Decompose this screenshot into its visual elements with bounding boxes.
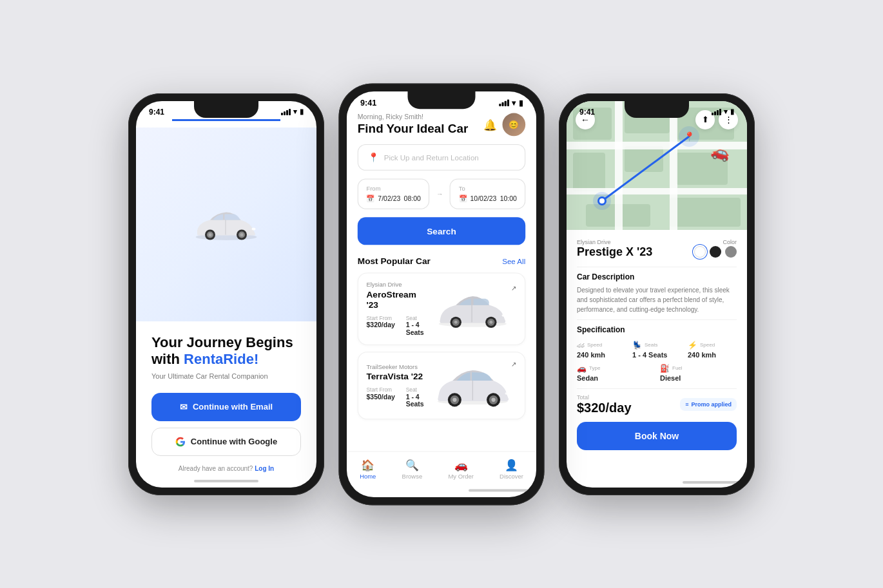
home-indicator — [194, 480, 258, 482]
battery-icon-3: ▮ — [730, 108, 734, 116]
header-actions: 🔔 😊 — [483, 113, 525, 136]
speed-value: 240 kmh — [577, 351, 626, 359]
car-hero-area — [136, 128, 316, 321]
svg-point-3 — [209, 233, 212, 236]
phone-welcome: 9:41 ▾ ▮ — [128, 93, 324, 495]
home-indicator-3 — [683, 481, 747, 484]
home-icon: 🏠 — [361, 459, 374, 471]
envelope-icon: ✉ — [180, 402, 188, 412]
login-link[interactable]: Log In — [255, 465, 274, 472]
signal-icon — [281, 109, 291, 115]
color-label: Color — [723, 239, 737, 245]
to-date-field[interactable]: To 📅 10/02/23 10:00 — [450, 178, 526, 209]
type-icon: 🚗 — [577, 364, 587, 373]
spec-grid-2: 🚗 Type Sedan ⛽ Fuel Diesel — [577, 364, 737, 382]
wifi-icon: ▾ — [293, 108, 297, 116]
brand-name: RentaRide! — [184, 351, 258, 367]
svg-rect-37 — [567, 188, 747, 194]
spec-type: 🚗 Type Sedan — [577, 364, 654, 382]
order-icon: 🚗 — [454, 459, 468, 471]
svg-rect-38 — [615, 101, 623, 230]
divider-1 — [577, 267, 737, 267]
spec-fuel: ⛽ Fuel Diesel — [660, 364, 737, 382]
car-info-1: Elysian Drive AeroStream '23 Start From … — [366, 281, 429, 336]
status-time-1: 9:41 — [149, 108, 164, 117]
calendar-icon-from: 📅 — [366, 194, 374, 202]
car-brand-2: TrailSeeker Motors — [366, 363, 429, 370]
phone-notch-2 — [408, 91, 476, 109]
car-image-1: ↗ — [429, 283, 517, 334]
brand-row: Elysian Drive Color — [577, 239, 737, 245]
location-placeholder: Pick Up and Return Location — [384, 153, 479, 162]
calendar-icon-to: 📅 — [459, 194, 467, 202]
status-time-2: 9:41 — [360, 98, 376, 108]
car-card-2[interactable]: TrailSeeker Motors TerraVista '22 Start … — [358, 352, 525, 419]
svg-point-7 — [252, 228, 256, 231]
detail-content: Elysian Drive Color Prestige X '23 Car D… — [567, 230, 747, 481]
auth-buttons: ✉ Continue with Email Continue with Goog… — [136, 380, 316, 488]
speed2-icon: ⚡ — [688, 341, 697, 350]
spec-seats: 💺 Seats 1 - 4 Seats — [632, 341, 681, 359]
login-prompt: Already have an account? Log In — [151, 465, 301, 472]
car-brand-1: Elysian Drive — [366, 281, 429, 289]
location-input[interactable]: 📍 Pick Up and Return Location — [358, 144, 525, 170]
expand-icon-2: ↗ — [511, 360, 516, 368]
svg-point-6 — [240, 233, 244, 236]
nav-discover[interactable]: 👤 Discover — [500, 459, 523, 480]
total-label: Total — [577, 394, 632, 401]
car-info-2: TrailSeeker Motors TerraVista '22 Start … — [366, 363, 429, 408]
google-button[interactable]: Continue with Google — [151, 428, 301, 456]
total-row: Total $320/day ≡ Promo applied — [577, 388, 737, 415]
car-name-2: TerraVista '22 — [366, 371, 429, 381]
desc-title: Car Description — [577, 272, 737, 281]
bell-icon[interactable]: 🔔 — [483, 118, 497, 131]
spec-title: Specification — [577, 325, 737, 334]
speed2-value: 240 kmh — [688, 351, 737, 359]
detail-car-name: Prestige X '23 — [577, 245, 652, 259]
status-icons-2: ▾ ▮ — [499, 99, 523, 108]
from-date-value: 📅 7/02/23 08:00 — [366, 194, 420, 202]
fuel-icon: ⛽ — [660, 364, 670, 373]
accent-line — [172, 119, 280, 121]
wifi-icon-2: ▾ — [512, 99, 516, 108]
headline-text2: with — [151, 351, 184, 367]
type-value: Sedan — [577, 374, 654, 382]
from-date-field[interactable]: From 📅 7/02/23 08:00 — [358, 178, 430, 209]
status-icons-3: ▾ ▮ — [712, 108, 734, 116]
home-indicator-2 — [469, 489, 536, 491]
color-white[interactable] — [694, 246, 706, 258]
car-svg-2 — [429, 360, 517, 408]
car-card-1[interactable]: Elysian Drive AeroStream '23 Start From … — [358, 272, 525, 345]
seats-icon: 💺 — [632, 341, 642, 350]
search-button[interactable]: Search — [358, 217, 525, 245]
see-all-link[interactable]: See All — [502, 256, 525, 265]
spec-grid-1: 🏎 Speed 240 kmh 💺 Seats 1 - 4 Seats — [577, 341, 737, 359]
car-image-2: ↗ — [429, 360, 517, 410]
headline-text1: Your Journey Begins — [151, 334, 293, 350]
expand-icon-1: ↗ — [511, 283, 516, 291]
color-black[interactable] — [710, 246, 721, 258]
from-label: From — [366, 185, 420, 192]
greeting-small: Morning, Ricky Smith! — [358, 113, 469, 120]
svg-point-43 — [599, 198, 605, 204]
popular-title: Most Popular Car — [358, 256, 431, 266]
headline: Your Journey Begins with RentaRide! — [151, 334, 301, 368]
car-name-1: AeroStream '23 — [366, 289, 429, 309]
car-meta-2: Start From $350/day Seat 1 - 4 Seats — [366, 386, 429, 408]
user-avatar[interactable]: 😊 — [503, 113, 526, 136]
phone-notch — [194, 101, 258, 118]
nav-browse[interactable]: 🔍 Browse — [402, 459, 423, 480]
nav-my-order[interactable]: 🚗 My Order — [448, 459, 473, 480]
divider-2 — [577, 319, 737, 320]
google-icon — [175, 437, 186, 447]
bottom-nav: 🏠 Home 🔍 Browse 🚗 My Order 👤 Discover — [347, 451, 536, 489]
color-gray[interactable] — [725, 246, 737, 258]
battery-icon: ▮ — [300, 108, 304, 116]
speed-icon: 🏎 — [577, 341, 585, 350]
email-button[interactable]: ✉ Continue with Email — [151, 393, 301, 421]
location-pin-icon: 📍 — [368, 152, 379, 162]
promo-icon: ≡ — [685, 401, 688, 408]
book-now-button[interactable]: Book Now — [577, 422, 737, 450]
date-arrow-icon: → — [436, 190, 443, 198]
nav-home[interactable]: 🏠 Home — [360, 459, 376, 480]
